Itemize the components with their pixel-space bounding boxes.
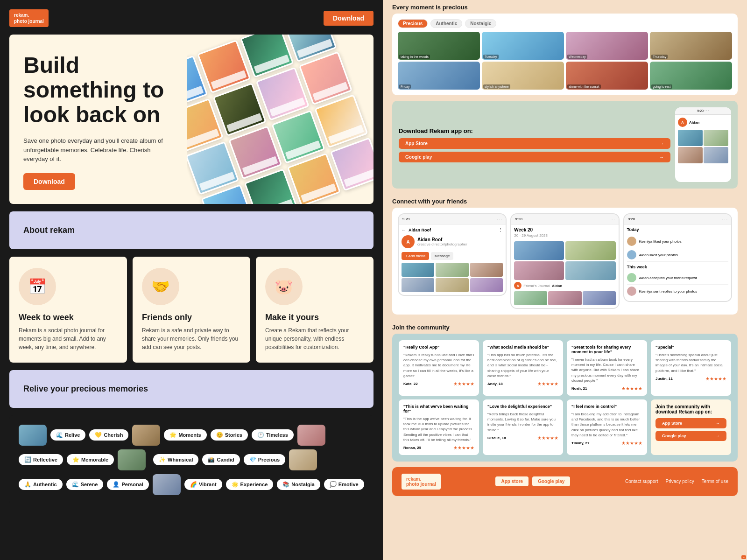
mini-photo: [436, 278, 468, 292]
tag-pill-relive[interactable]: 🌊Relive: [50, 429, 85, 441]
tag-pill-precious[interactable]: 💎Precious: [244, 454, 285, 465]
google-play-button[interactable]: Google play →: [399, 152, 670, 162]
review-footer: Giselle, 18 ★★★★★: [487, 435, 558, 441]
friend-avatar: A: [514, 282, 521, 289]
phone-header: 9:20 · · ·: [399, 214, 506, 224]
download-button-nav[interactable]: Download: [324, 11, 374, 26]
phone-mock-profile: 9:20 · · · ← Aidan Roof ⋮ A Aidan Roof: [398, 213, 507, 296]
app-store-button[interactable]: App Store →: [399, 138, 670, 149]
tag-pill-reflective[interactable]: 🔄Reflective: [19, 454, 63, 465]
footer-store-buttons: App store Google play: [495, 476, 570, 486]
notif-text: Kseniya sent replies to your photos: [639, 289, 698, 294]
review-card-6: "Love the delightful experience" "Retro …: [483, 399, 563, 455]
review-headline: "Special": [655, 345, 726, 350]
review-footer: Timmy, 27 ★★★★★: [571, 441, 642, 446]
add-friend-button[interactable]: + Add friend: [402, 252, 429, 260]
tag-pill-cherish[interactable]: 💛Cherish: [89, 429, 128, 441]
phone-mockups: 9:20 · · · ← Aidan Roof ⋮ A Aidan Roof: [398, 213, 732, 309]
review-headline: "What social media should be": [487, 345, 558, 350]
tag-authentic[interactable]: Authentic: [430, 19, 462, 28]
hero-text: Build something to look back on Save one…: [9, 35, 187, 204]
logo: rekam. photo journal: [9, 9, 49, 27]
notif-text: Aidan liked your photos: [639, 253, 678, 257]
profile-sub: creative director/photographer: [417, 242, 467, 246]
about-title: About rekam: [23, 225, 75, 235]
review-author: Kate, 22: [403, 382, 418, 386]
tag-pill-memorable[interactable]: ⭐Memorable: [67, 454, 114, 465]
phone-mock-notifications: 9:20 · · · Today Kseniya liked your phot…: [623, 213, 732, 302]
week-label: Week 20: [514, 227, 615, 232]
join-app-store-button[interactable]: App Store →: [655, 418, 726, 428]
tag-pill-stories[interactable]: 😊Stories: [211, 429, 248, 441]
review-card-3: "Great tools for sharing every moment in…: [567, 340, 647, 396]
review-body: "Rekam is really fun to use and I love t…: [403, 352, 474, 378]
message-button[interactable]: Message: [431, 252, 453, 260]
tag-pill-personal[interactable]: 👤Personal: [107, 479, 148, 490]
mini-photo: [402, 263, 434, 277]
footer-links: Contact support Privacy policy Terms of …: [625, 479, 728, 484]
phone-content: ← Aidan Roof ⋮ A Aidan Roof creative dir…: [399, 224, 506, 295]
precious-section-title: Every moment is precious: [392, 0, 738, 14]
review-body: "This app has so much potential. It's th…: [487, 352, 558, 378]
notification-item: Aidan accepted your friend request: [627, 271, 728, 285]
back-arrow[interactable]: ←: [402, 228, 406, 232]
join-app-buttons: App Store → Google play →: [655, 418, 726, 441]
review-footer: Justin, 11 ★★★★★: [655, 376, 726, 381]
tag-precious[interactable]: Precious: [398, 19, 428, 28]
user-name-display: Aidan Roof: [409, 228, 431, 232]
footer-app-store-button[interactable]: App store: [495, 476, 529, 486]
avatar: A: [402, 235, 415, 248]
phone-mock-week: 9:20 · · · Week 20 26 - 29 August 2023 +: [510, 213, 619, 309]
phone-header-notif: 9:20 · · ·: [624, 214, 731, 224]
review-footer: Kate, 22 ★★★★★: [403, 381, 474, 386]
footer-privacy-link[interactable]: Privacy policy: [666, 479, 694, 484]
tag-row: Precious Authentic Nostalgic: [398, 19, 732, 28]
precious-photo: Thursday: [650, 32, 732, 60]
review-stars: ★★★★★: [621, 386, 642, 391]
community-section-title: Join the community: [392, 320, 738, 334]
tag-pill-whimsical[interactable]: ✨Whimsical: [153, 454, 198, 465]
about-section: About rekam: [9, 211, 374, 249]
join-title: Join the community with download Rekam a…: [655, 404, 726, 414]
memories-section: Relive your precious memories: [9, 370, 374, 408]
tag-nostalgic[interactable]: Nostalgic: [465, 19, 496, 28]
tag-pill-experience[interactable]: 🌟Experience: [226, 479, 274, 490]
review-card-2: "What social media should be" "This app …: [483, 340, 563, 396]
review-stars: ★★★★★: [453, 381, 474, 386]
tag-pill-emotive[interactable]: 💭Emotive: [324, 479, 364, 490]
tag-cloud: 🌊Relive 💛Cherish 🌟Moments 😊Stories 🕐Time…: [19, 425, 364, 495]
right-panel: Every moment is precious Precious Authen…: [383, 0, 747, 560]
notification-item: Kseniya sent replies to your photos: [627, 285, 728, 298]
review-author: Giselle, 18: [487, 436, 506, 440]
review-card-1: "Really Cool App" "Rekam is really fun t…: [399, 340, 479, 396]
tag-pill-nostalgia[interactable]: 📚Nostalgia: [277, 479, 320, 490]
footer-google-play-button[interactable]: Google play: [532, 476, 570, 486]
hero-subtitle: Save one photo everyday and you'll creat…: [23, 136, 173, 164]
feature-title: Make it yours: [265, 313, 364, 322]
review-body: "Retro brings back those delightful mome…: [487, 412, 558, 433]
tag-pill-candid[interactable]: 📸Candid: [202, 454, 240, 465]
hero-title: Build something to look back on: [23, 53, 173, 127]
footer-contact-link[interactable]: Contact support: [625, 479, 658, 484]
more-options[interactable]: ⋮: [498, 227, 503, 232]
tag-pill-serene[interactable]: 🌊Serene: [66, 479, 104, 490]
tag-pill-vibrant[interactable]: 🌈Vibrant: [184, 479, 222, 490]
tag-pill-timeless[interactable]: 🕐Timeless: [252, 429, 294, 441]
photo-thumb: [19, 425, 47, 446]
review-body: "I never had an album book for every mom…: [571, 357, 642, 383]
photo-thumb: [297, 425, 325, 446]
footer-terms-link[interactable]: Terms of use: [702, 479, 728, 484]
join-google-play-button[interactable]: Google play →: [655, 431, 726, 441]
mini-photo: [514, 291, 547, 305]
review-stars: ★★★★★: [621, 441, 642, 446]
review-card-4: "Special" "There's something special abo…: [651, 340, 731, 396]
mini-photo: [436, 263, 468, 277]
connect-content: 9:20 · · · ← Aidan Roof ⋮ A Aidan Roof: [392, 208, 738, 315]
footer-logo: rekam.photo journal: [402, 474, 441, 490]
photo-grid: [187, 35, 374, 204]
tag-pill-moments[interactable]: 🌟Moments: [164, 429, 206, 441]
review-headline: "This is what we've been waiting for": [403, 404, 474, 413]
features-row: 📅 Week to week Rekam is a social photo j…: [9, 257, 374, 363]
tag-pill-authentic[interactable]: 🙏Authentic: [19, 479, 63, 490]
download-button-hero[interactable]: Download: [23, 173, 75, 190]
